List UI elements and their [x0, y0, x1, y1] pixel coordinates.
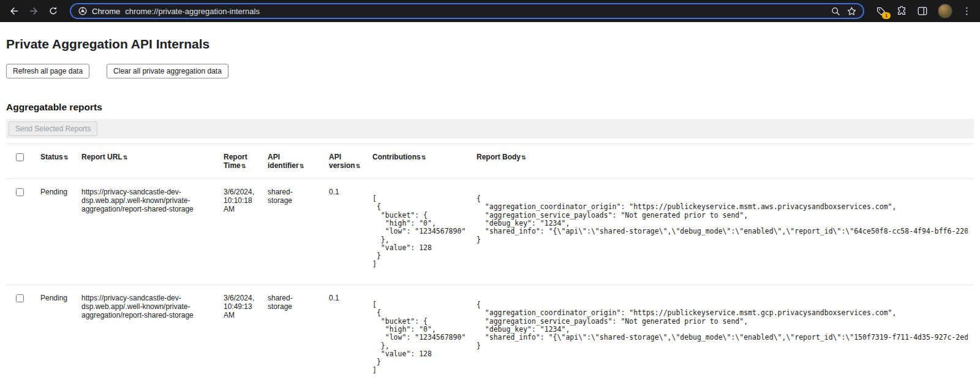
row-checkbox[interactable] [16, 294, 24, 302]
extension-badge: 1 [882, 12, 891, 19]
header-contributions-label: Contributions [372, 153, 421, 161]
report-time-cell: 3/6/2024, 10:49:13 AM [217, 285, 262, 382]
sort-icon[interactable]: ⇅ [123, 155, 128, 161]
sort-icon[interactable]: ⇅ [64, 155, 69, 161]
clear-all-button[interactable]: Clear all private aggregation data [107, 64, 228, 78]
table-row: Pending https://privacy-sandcastle-dev-d… [6, 179, 974, 285]
contributions-cell: [ { "bucket": { "high": "0", "low": "123… [366, 179, 470, 285]
contributions-json: [ { "bucket": { "high": "0", "low": "123… [372, 188, 464, 269]
send-selected-reports-button[interactable]: Send Selected Reports [9, 121, 97, 136]
header-api-identifier-label: API identifier [268, 153, 299, 170]
header-report-time[interactable]: Report Time⇅ [217, 144, 262, 179]
report-body-cell: { "aggregation_coordinator_origin": "htt… [470, 179, 974, 285]
menu-icon[interactable]: ⋮ [962, 6, 971, 17]
chrome-logo-icon [77, 6, 88, 17]
header-report-url[interactable]: Report URL⇅ [75, 144, 217, 179]
chrome-site-chip: Chrome [77, 6, 120, 17]
api-identifier-cell: shared-storage [262, 179, 323, 285]
report-body-json: { "aggregation_coordinator_origin": "htt… [477, 188, 968, 244]
sort-icon[interactable]: ⇅ [421, 155, 426, 161]
header-api-identifier[interactable]: API identifier⇅ [262, 144, 323, 179]
sort-icon[interactable]: ⇅ [241, 163, 246, 169]
contributions-cell: [ { "bucket": { "high": "0", "low": "123… [366, 285, 470, 382]
profile-avatar[interactable] [938, 4, 952, 18]
address-bar[interactable]: Chrome chrome://private-aggregation-inte… [70, 3, 864, 19]
status-cell: Pending [34, 179, 75, 285]
url-text[interactable]: chrome://private-aggregation-internals [125, 7, 260, 16]
select-all-checkbox[interactable] [16, 153, 24, 161]
back-icon[interactable] [9, 6, 20, 17]
report-url-cell: https://privacy-sandcastle-dev-dsp.web.a… [75, 285, 217, 382]
contributions-json: [ { "bucket": { "high": "0", "low": "123… [372, 294, 464, 375]
row-checkbox[interactable] [16, 188, 24, 196]
sort-icon[interactable]: ⇅ [300, 163, 304, 169]
extensions-icon[interactable] [896, 6, 907, 17]
bookmark-star-icon[interactable] [846, 6, 857, 17]
side-panel-icon[interactable] [917, 6, 928, 17]
report-body-json: { "aggregation_coordinator_origin": "htt… [477, 294, 968, 350]
row-select-cell [6, 179, 34, 285]
header-api-version[interactable]: API version⇅ [323, 144, 366, 179]
report-url-cell: https://privacy-sandcastle-dev-dsp.web.a… [75, 179, 217, 285]
chrome-chip-label: Chrome [92, 7, 120, 16]
browser-toolbar: Chrome chrome://private-aggregation-inte… [0, 0, 980, 22]
header-contributions[interactable]: Contributions⇅ [366, 144, 470, 179]
zoom-icon[interactable] [830, 6, 841, 17]
table-header-row: Status⇅ Report URL⇅ Report Time⇅ API ide… [6, 144, 974, 179]
header-status-label: Status [40, 153, 63, 161]
report-body-cell: { "aggregation_coordinator_origin": "htt… [470, 285, 974, 382]
api-version-cell: 0.1 [323, 285, 366, 382]
forward-icon[interactable] [28, 6, 39, 17]
report-time-cell: 3/6/2024, 10:10:18 AM [217, 179, 262, 285]
header-api-version-label: API version [329, 153, 355, 170]
reload-icon[interactable] [48, 6, 59, 17]
header-report-body[interactable]: Report Body⇅ [470, 144, 974, 179]
sort-icon[interactable]: ⇅ [356, 163, 361, 169]
page-title: Private Aggregation API Internals [6, 37, 974, 52]
reports-table: Status⇅ Report URL⇅ Report Time⇅ API ide… [6, 143, 974, 382]
reports-toolbar: Send Selected Reports [6, 119, 974, 139]
page-content: Private Aggregation API Internals Refres… [0, 37, 980, 382]
api-identifier-cell: shared-storage [262, 285, 323, 382]
header-report-body-label: Report Body [477, 153, 521, 161]
refresh-all-button[interactable]: Refresh all page data [6, 64, 89, 78]
table-row: Pending https://privacy-sandcastle-dev-d… [6, 285, 974, 382]
status-cell: Pending [34, 285, 75, 382]
sort-icon[interactable]: ⇅ [521, 155, 526, 161]
header-status[interactable]: Status⇅ [34, 144, 75, 179]
select-all-cell [6, 144, 34, 179]
page-actions: Refresh all page data Clear all private … [6, 64, 974, 78]
header-report-url-label: Report URL [81, 153, 123, 161]
api-version-cell: 0.1 [323, 179, 366, 285]
price-tracking-icon[interactable]: 1 [875, 6, 886, 17]
nav-icon-group [6, 6, 61, 17]
toolbar-actions: 1 ⋮ [873, 4, 974, 18]
row-select-cell [6, 285, 34, 382]
section-title: Aggregatable reports [6, 102, 974, 113]
